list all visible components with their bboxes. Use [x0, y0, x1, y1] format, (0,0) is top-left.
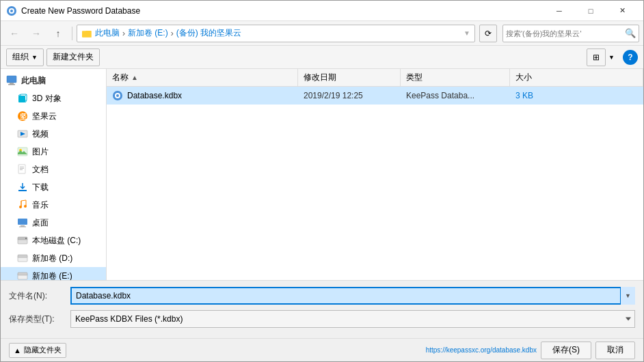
filetype-select-wrapper: KeePass KDBX Files (*.kdbx) [70, 310, 635, 328]
filetype-row: 保存类型(T): KeePass KDBX Files (*.kdbx) [9, 309, 635, 329]
app-icon [6, 5, 17, 16]
footer-bar: ▲ 隐藏文件夹 https://keepassxc.org/database.k… [1, 338, 643, 361]
sidebar-label-drive-d: 新加卷 (D:) [32, 253, 72, 264]
sidebar-label-drive-e: 新加卷 (E:) [32, 270, 72, 281]
sidebar-label-pc: 此电脑 [21, 75, 46, 87]
hide-folder-button[interactable]: ▲ 隐藏文件夹 [9, 343, 66, 358]
sidebar-label-music: 音乐 [32, 199, 49, 211]
sidebar-item-pc[interactable]: 此电脑 [1, 72, 106, 89]
main-content: 此电脑 3D 对象 坚 坚果云 视频 图 [1, 69, 643, 280]
toggle-triangle-icon: ▲ [14, 346, 21, 354]
view-chevron: ▼ [608, 54, 615, 61]
new-folder-button[interactable]: 新建文件夹 [46, 48, 100, 66]
file-list: Database.kdbx 2019/2/19 12:25 KeePass Da… [107, 87, 643, 280]
view-button[interactable]: ⊞ [587, 48, 606, 66]
filename-input[interactable] [70, 287, 635, 305]
sidebar: 此电脑 3D 对象 坚 坚果云 视频 图 [1, 69, 107, 280]
organize-label: 组织 [12, 51, 29, 63]
svg-point-2 [10, 10, 13, 12]
sidebar-item-desktop[interactable]: 桌面 [1, 214, 106, 232]
back-button[interactable]: ← [5, 24, 24, 43]
minimize-button[interactable]: ─ [544, 1, 575, 21]
nutstore-icon: 坚 [17, 111, 28, 122]
file-area: 名称 ▲ 修改日期 类型 大小 Database.kdbx [107, 69, 643, 280]
breadcrumb-sep2: › [171, 29, 174, 38]
cancel-button[interactable]: 取消 [595, 342, 635, 359]
search-bar: 🔍 [502, 25, 639, 42]
maximize-button[interactable]: □ [575, 1, 606, 21]
organize-chevron: ▼ [31, 54, 38, 61]
filename-dropdown-icon: ▼ [625, 292, 631, 299]
close-button[interactable]: ✕ [606, 1, 638, 21]
organize-button[interactable]: 组织 ▼ [6, 48, 44, 66]
sidebar-label-3d: 3D 对象 [32, 93, 62, 105]
breadcrumb-drive[interactable]: 新加卷 (E:) [128, 27, 168, 39]
sidebar-item-3d[interactable]: 3D 对象 [1, 89, 106, 107]
col-name-header[interactable]: 名称 ▲ [107, 69, 298, 86]
col-date-header[interactable]: 修改日期 [298, 69, 401, 86]
breadcrumb-folder[interactable]: (备份) 我的坚果云 [176, 27, 241, 39]
table-row[interactable]: Database.kdbx 2019/2/19 12:25 KeePass Da… [107, 87, 643, 105]
picture-icon [17, 146, 28, 157]
help-button[interactable]: ? [623, 50, 638, 65]
pc-icon [6, 75, 17, 86]
3d-icon [17, 93, 28, 104]
breadcrumb: 此电脑 › 新加卷 (E:) › (备份) 我的坚果云 ▼ [77, 25, 475, 42]
action-bar: 组织 ▼ 新建文件夹 ⊞ ▼ ? [1, 46, 643, 69]
sort-arrow: ▲ [131, 74, 138, 81]
download-icon [17, 182, 28, 193]
sidebar-item-music[interactable]: 音乐 [1, 196, 106, 214]
refresh-button[interactable]: ⟳ [479, 25, 497, 42]
title-bar: Create New Password Database ─ □ ✕ [1, 1, 643, 21]
sidebar-label-picture: 图片 [32, 146, 49, 158]
drive-d-icon [17, 253, 28, 264]
filename-input-wrapper: ▼ [70, 287, 635, 305]
svg-text:坚: 坚 [20, 113, 27, 120]
file-header: 名称 ▲ 修改日期 类型 大小 [107, 69, 643, 87]
sidebar-label-desktop: 桌面 [32, 217, 49, 229]
window-title: Create New Password Database [21, 6, 544, 16]
col-type-header[interactable]: 类型 [401, 69, 510, 86]
sidebar-item-drive-c[interactable]: 本地磁盘 (C:) [1, 232, 106, 249]
sidebar-item-download[interactable]: 下载 [1, 178, 106, 196]
desktop-icon [17, 217, 28, 228]
view-icon: ⊞ [593, 53, 600, 62]
sidebar-item-document[interactable]: 文档 [1, 161, 106, 178]
form-area: 文件名(N): ▼ 保存类型(T): KeePass KDBX Files (*… [1, 280, 643, 338]
video-icon [17, 128, 28, 139]
drive-c-icon [17, 235, 28, 246]
keepass-file-icon [112, 90, 123, 101]
footer-url: https://keepassxc.org/database.kdbx [426, 346, 537, 354]
sidebar-label-document: 文档 [32, 164, 49, 176]
filename-label: 文件名(N): [9, 290, 70, 302]
sidebar-item-drive-e[interactable]: 新加卷 (E:) [1, 267, 106, 280]
sidebar-label-video: 视频 [32, 128, 49, 140]
forward-button[interactable]: → [27, 24, 46, 43]
sidebar-item-drive-d[interactable]: 新加卷 (D:) [1, 249, 106, 267]
file-type-cell: KeePass Databa... [403, 91, 513, 100]
filetype-label: 保存类型(T): [9, 314, 70, 325]
nav-bar: ← → ↑ 此电脑 › 新加卷 (E:) › (备份) 我的坚果云 ▼ ⟳ 🔍 [1, 21, 643, 46]
music-icon [17, 199, 28, 210]
up-button[interactable]: ↑ [49, 24, 68, 43]
search-icon: 🔍 [625, 28, 636, 38]
file-name: Database.kdbx [127, 91, 182, 100]
sidebar-label-nutstore: 坚果云 [32, 111, 57, 122]
save-button[interactable]: 保存(S) [541, 342, 591, 359]
breadcrumb-pc[interactable]: 此电脑 [95, 27, 120, 39]
sidebar-label-drive-c: 本地磁盘 (C:) [32, 235, 81, 247]
sidebar-item-nutstore[interactable]: 坚 坚果云 [1, 107, 106, 125]
nav-separator [72, 27, 72, 40]
drive-e-icon [17, 270, 28, 280]
search-input[interactable] [506, 29, 625, 38]
filename-dropdown-button[interactable]: ▼ [620, 287, 635, 305]
filetype-select[interactable]: KeePass KDBX Files (*.kdbx) [70, 310, 635, 328]
breadcrumb-folder-icon [81, 28, 92, 39]
sidebar-label-download: 下载 [32, 182, 49, 193]
sidebar-item-picture[interactable]: 图片 [1, 143, 106, 161]
document-icon [17, 164, 28, 175]
dropdown-indicator: ▼ [464, 29, 470, 37]
hide-folder-label: 隐藏文件夹 [24, 345, 62, 355]
col-size-header[interactable]: 大小 [510, 69, 643, 86]
sidebar-item-video[interactable]: 视频 [1, 125, 106, 143]
